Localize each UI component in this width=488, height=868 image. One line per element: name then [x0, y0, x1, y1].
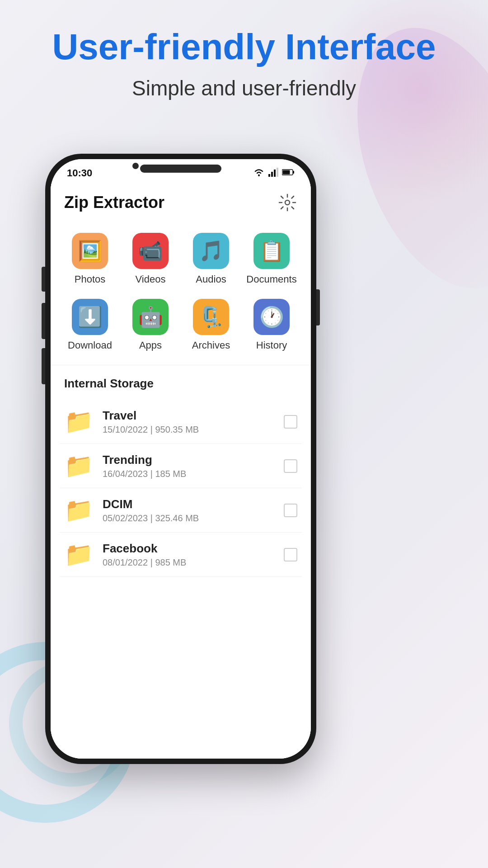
- icon-grid: 🖼️ Photos 📹 Videos 🎵 Audios 📋 Documents …: [51, 222, 311, 363]
- file-name: Travel: [103, 409, 275, 423]
- download-label: Download: [68, 340, 112, 351]
- app-content: Zip Extractor 🖼️ Photos 📹 Videos: [51, 184, 311, 759]
- settings-button[interactable]: [277, 193, 297, 212]
- archives-icon: 🗜️: [193, 299, 229, 335]
- file-info: DCIM 05/02/2023 | 325.46 MB: [103, 497, 275, 524]
- header-section: User-friendly Interface Simple and user-…: [0, 27, 488, 100]
- folder-icon: 📁: [64, 541, 94, 568]
- history-icon: 🕐: [253, 299, 290, 335]
- storage-title: Internal Storage: [64, 377, 297, 391]
- phone-camera: [132, 163, 139, 169]
- wifi-icon: [253, 168, 265, 179]
- file-list: 📁 Travel 15/10/2022 | 950.35 MB 📁 Trendi…: [51, 400, 311, 759]
- icon-item-audios[interactable]: 🎵 Audios: [181, 226, 241, 292]
- svg-point-0: [258, 175, 260, 176]
- file-meta: 08/01/2022 | 985 MB: [103, 557, 275, 568]
- svg-rect-3: [274, 170, 276, 177]
- audios-icon: 🎵: [193, 233, 229, 269]
- apps-icon: 🤖: [132, 299, 169, 335]
- file-meta: 05/02/2023 | 325.46 MB: [103, 513, 275, 524]
- audios-label: Audios: [196, 274, 226, 285]
- file-checkbox[interactable]: [284, 415, 297, 429]
- folder-icon: 📁: [64, 452, 94, 480]
- phone-screen: 10:30: [51, 159, 311, 759]
- file-checkbox[interactable]: [284, 548, 297, 561]
- videos-icon: 📹: [132, 233, 169, 269]
- file-info: Trending 16/04/2023 | 185 MB: [103, 453, 275, 479]
- folder-icon: 📁: [64, 496, 94, 524]
- archives-label: Archives: [192, 340, 230, 351]
- volume-down-button: [42, 303, 45, 339]
- icon-item-archives[interactable]: 🗜️ Archives: [181, 292, 241, 358]
- history-label: History: [256, 340, 287, 351]
- svg-rect-4: [277, 168, 278, 177]
- apps-label: Apps: [139, 340, 162, 351]
- documents-icon: 📋: [253, 233, 290, 269]
- file-checkbox[interactable]: [284, 504, 297, 517]
- icon-item-videos[interactable]: 📹 Videos: [120, 226, 181, 292]
- svg-rect-2: [271, 172, 273, 177]
- file-info: Facebook 08/01/2022 | 985 MB: [103, 542, 275, 568]
- file-name: Facebook: [103, 542, 275, 556]
- svg-point-8: [285, 200, 290, 205]
- app-header: Zip Extractor: [51, 184, 311, 222]
- volume-up-button: [42, 267, 45, 292]
- app-title: Zip Extractor: [64, 193, 164, 212]
- file-item[interactable]: 📁 DCIM 05/02/2023 | 325.46 MB: [60, 488, 302, 533]
- file-name: DCIM: [103, 497, 275, 511]
- documents-label: Documents: [246, 274, 296, 285]
- videos-label: Videos: [136, 274, 166, 285]
- icon-item-photos[interactable]: 🖼️ Photos: [60, 226, 120, 292]
- download-icon: ⬇️: [72, 299, 108, 335]
- phone-frame: 10:30: [45, 154, 316, 764]
- main-title: User-friendly Interface: [27, 27, 461, 67]
- file-info: Travel 15/10/2022 | 950.35 MB: [103, 409, 275, 435]
- file-item[interactable]: 📁 Travel 15/10/2022 | 950.35 MB: [60, 400, 302, 444]
- status-icons: [253, 168, 295, 179]
- grid-divider: [51, 365, 311, 365]
- status-time: 10:30: [67, 167, 92, 179]
- file-meta: 15/10/2022 | 950.35 MB: [103, 425, 275, 435]
- battery-icon: [282, 169, 295, 178]
- folder-icon: 📁: [64, 408, 94, 435]
- icon-item-download[interactable]: ⬇️ Download: [60, 292, 120, 358]
- file-meta: 16/04/2023 | 185 MB: [103, 469, 275, 479]
- signal-icon: [268, 168, 278, 179]
- svg-rect-6: [293, 171, 294, 174]
- svg-rect-1: [268, 174, 270, 177]
- file-item[interactable]: 📁 Facebook 08/01/2022 | 985 MB: [60, 533, 302, 577]
- icon-item-documents[interactable]: 📋 Documents: [241, 226, 302, 292]
- storage-section: Internal Storage: [51, 368, 311, 400]
- file-name: Trending: [103, 453, 275, 467]
- silent-button: [42, 348, 45, 384]
- sub-title: Simple and user-friendly: [27, 76, 461, 100]
- file-checkbox[interactable]: [284, 459, 297, 473]
- phone-notch: [140, 165, 221, 173]
- icon-item-apps[interactable]: 🤖 Apps: [120, 292, 181, 358]
- power-button: [316, 289, 320, 326]
- file-item[interactable]: 📁 Trending 16/04/2023 | 185 MB: [60, 444, 302, 488]
- svg-rect-7: [283, 170, 290, 175]
- photos-icon: 🖼️: [72, 233, 108, 269]
- photos-label: Photos: [75, 274, 106, 285]
- icon-item-history[interactable]: 🕐 History: [241, 292, 302, 358]
